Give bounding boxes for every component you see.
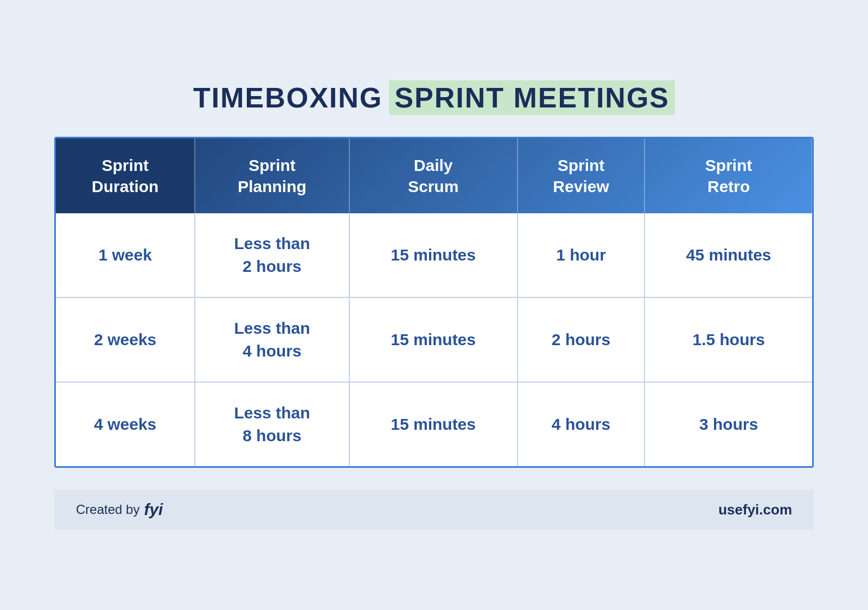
header-daily-scrum: DailyScrum — [349, 138, 518, 213]
row3-review: 4 hours — [518, 382, 645, 466]
table-row: 1 week Less than2 hours 15 minutes 1 hou… — [56, 213, 812, 297]
row3-scrum: 15 minutes — [349, 382, 518, 466]
row2-retro: 1.5 hours — [644, 297, 812, 382]
main-container: TIMEBOXING SPRINT MEETINGS SprintDuratio… — [54, 80, 814, 530]
row2-duration: 2 weeks — [56, 297, 195, 382]
row1-planning: Less than2 hours — [195, 213, 349, 297]
row3-planning: Less than8 hours — [195, 382, 349, 466]
row3-duration: 4 weeks — [56, 382, 195, 466]
title-container: TIMEBOXING SPRINT MEETINGS — [193, 80, 675, 115]
header-sprint-planning: SprintPlanning — [195, 138, 349, 213]
row2-planning: Less than4 hours — [195, 297, 349, 382]
table-row: 4 weeks Less than8 hours 15 minutes 4 ho… — [56, 382, 812, 466]
header-sprint-retro: SprintRetro — [644, 138, 812, 213]
table-wrapper: SprintDuration SprintPlanning DailyScrum… — [54, 137, 814, 468]
sprint-meetings-table: SprintDuration SprintPlanning DailyScrum… — [56, 138, 812, 466]
table-header-row: SprintDuration SprintPlanning DailyScrum… — [56, 138, 812, 213]
row3-retro: 3 hours — [644, 382, 812, 466]
row1-review: 1 hour — [518, 213, 645, 297]
created-by-text: Created by — [76, 502, 139, 517]
title-part2: SPRINT MEETINGS — [389, 80, 675, 115]
title-part1: TIMEBOXING — [193, 81, 382, 114]
table-row: 2 weeks Less than4 hours 15 minutes 2 ho… — [56, 297, 812, 382]
footer-website: usefyi.com — [718, 501, 792, 518]
row2-scrum: 15 minutes — [349, 297, 518, 382]
footer: Created by fyi usefyi.com — [54, 490, 814, 530]
header-sprint-review: SprintReview — [518, 138, 645, 213]
row2-review: 2 hours — [518, 297, 645, 382]
footer-left: Created by fyi — [76, 500, 163, 519]
row1-scrum: 15 minutes — [349, 213, 518, 297]
footer-logo: fyi — [144, 500, 163, 519]
row1-retro: 45 minutes — [644, 213, 812, 297]
row1-duration: 1 week — [56, 213, 195, 297]
header-sprint-duration: SprintDuration — [56, 138, 195, 213]
